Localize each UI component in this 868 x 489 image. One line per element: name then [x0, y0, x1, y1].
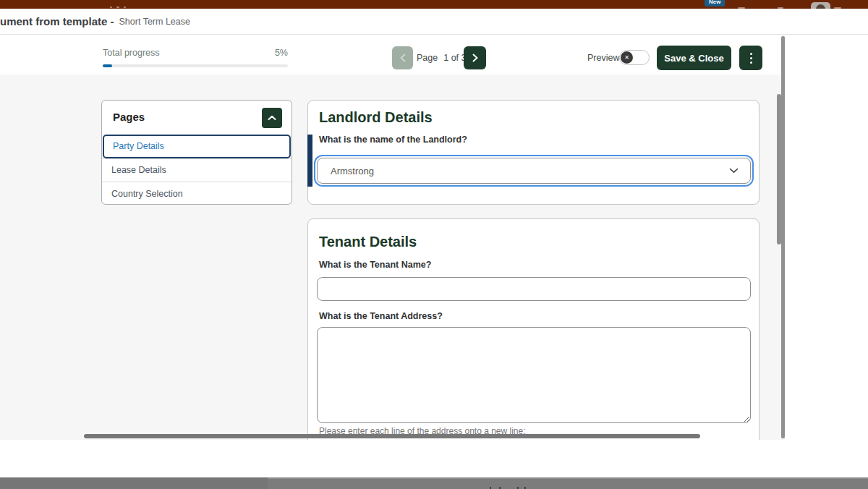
preview-label: Preview: [587, 46, 619, 69]
progress-fill: [103, 64, 112, 67]
sidebar-item-country-selection[interactable]: Country Selection: [102, 182, 292, 205]
landlord-name-select[interactable]: Armstrong: [317, 158, 751, 184]
close-icon: ✕: [621, 51, 633, 64]
horizontal-scrollbar-thumb[interactable]: [84, 434, 700, 438]
sidebar-item-label: Party Details: [113, 141, 164, 151]
page-word: Page: [417, 53, 438, 63]
kebab-icon: [750, 53, 752, 55]
tenant-address-textarea[interactable]: [317, 327, 751, 423]
main-canvas: Total progress 5% Page 1 of 3 Preview ✕ …: [0, 35, 786, 440]
document-title-bar: ument from template - Short Term Lease: [0, 9, 868, 35]
chevron-up-icon: [268, 115, 276, 121]
new-badge: New: [705, 0, 725, 7]
chevron-left-icon: [400, 54, 406, 62]
clipped-logo-marks: [124, 7, 126, 8]
window-vertical-scrollbar[interactable]: [781, 36, 785, 438]
chevron-right-icon: [472, 54, 478, 62]
total-progress-value: 5%: [246, 48, 288, 58]
pages-panel: Pages Party Details Lease Details Countr…: [101, 100, 292, 205]
form-vertical-scrollbar-thumb[interactable]: [777, 94, 781, 244]
chevron-down-icon: [729, 168, 739, 174]
sidebar-item-label: Country Selection: [111, 189, 183, 199]
landlord-details-card: Landlord Details What is the name of the…: [307, 100, 760, 205]
select-value: Armstrong: [331, 166, 374, 177]
pages-title: Pages: [113, 111, 145, 123]
tenant-name-input[interactable]: [317, 277, 751, 301]
avatar[interactable]: [811, 2, 830, 9]
pages-panel-header: Pages: [102, 101, 292, 135]
landlord-name-question: What is the name of the Landlord?: [319, 135, 467, 145]
background-window-bar: [0, 477, 868, 489]
page-indicator: Page 1 of 3: [417, 46, 466, 69]
active-question-indicator: [307, 135, 312, 187]
collapse-pages-button[interactable]: [262, 108, 282, 128]
sidebar-item-lease-details[interactable]: Lease Details: [102, 158, 292, 182]
save-close-button[interactable]: Save & Close: [657, 46, 731, 70]
page-title: ument from template -: [0, 15, 114, 27]
more-options-button[interactable]: [739, 46, 762, 70]
previous-page-button[interactable]: [392, 46, 413, 69]
page-number: 1 of 3: [443, 53, 466, 63]
next-page-button[interactable]: [464, 46, 486, 69]
preview-toggle[interactable]: ✕: [619, 50, 650, 65]
tenant-name-question: What is the Tenant Name?: [319, 260, 431, 270]
clipped-logo-marks: [116, 7, 119, 8]
section-title: Tenant Details: [319, 234, 417, 250]
sidebar-item-label: Lease Details: [111, 165, 166, 175]
progress-bar: [103, 64, 288, 67]
clipped-logo-marks: [110, 7, 112, 8]
page-subtitle: Short Term Lease: [119, 17, 190, 27]
app-window: New ument from template - Short Term Lea…: [0, 0, 868, 489]
top-nav-bar: New: [0, 0, 868, 9]
sidebar-item-party-details[interactable]: Party Details: [103, 135, 291, 158]
section-title: Landlord Details: [319, 109, 433, 126]
tenant-address-question: What is the Tenant Address?: [319, 311, 443, 321]
tenant-details-card: Tenant Details What is the Tenant Name? …: [307, 218, 760, 440]
total-progress-label: Total progress: [103, 48, 160, 58]
